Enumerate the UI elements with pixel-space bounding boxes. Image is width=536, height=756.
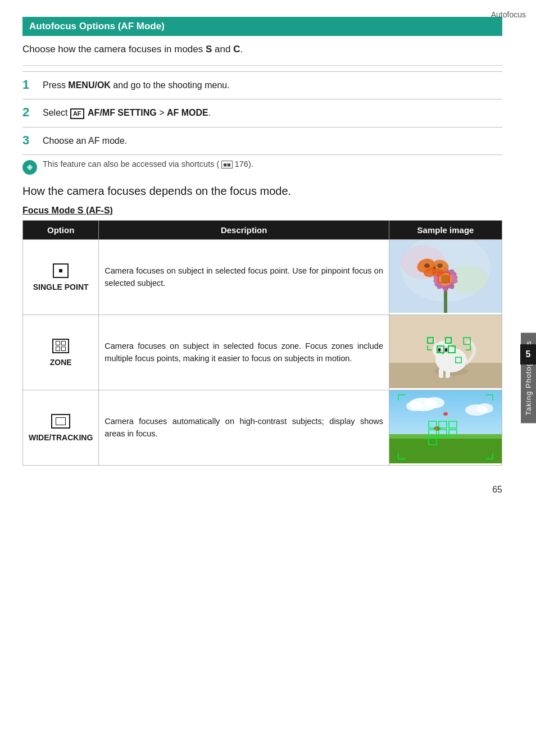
note-icon — [22, 160, 37, 175]
option-single-point: SINGLE POINT — [23, 240, 99, 315]
steps-container: 1 Press MENU/OK and go to the shooting m… — [22, 65, 502, 155]
step-text-1: Press MENU/OK and go to the shooting men… — [43, 78, 230, 92]
svg-point-47 — [406, 401, 423, 411]
svg-point-61 — [443, 412, 448, 416]
desc-single-point: Camera focuses on subject in selected fo… — [99, 240, 389, 315]
focus-mode-s-heading: Focus Mode S (AF-S) — [22, 206, 502, 216]
svg-point-46 — [424, 397, 444, 408]
page-number: 65 — [492, 485, 502, 495]
img-single-point — [389, 240, 502, 315]
desc-zone: Camera focuses on subject in selected fo… — [99, 315, 389, 390]
wide-tracking-icon — [51, 414, 70, 429]
section-heading: Autofocus Options (AF Mode) — [22, 17, 502, 36]
step-number-2: 2 — [22, 105, 43, 120]
single-point-icon — [53, 263, 69, 278]
page-wrapper: Autofocus Autofocus Options (AF Mode) Ch… — [0, 0, 536, 505]
option-zone: ZONE — [23, 315, 99, 390]
shortcut-icon — [26, 163, 34, 171]
focus-depends-heading: How the camera focuses depends on the fo… — [22, 185, 502, 198]
svg-point-18 — [424, 263, 430, 268]
note-box: This feature can also be accessed via sh… — [22, 160, 502, 175]
svg-rect-36 — [439, 368, 443, 378]
step-text-2: Select AF AF/MF SETTING > AF MODE. — [43, 105, 211, 120]
chapter-number: 5 — [520, 344, 536, 365]
af-mf-icon: AF — [70, 108, 84, 119]
single-point-label: SINGLE POINT — [33, 283, 89, 292]
img-wide — [389, 390, 502, 466]
step-text-3: Choose an AF mode. — [43, 133, 127, 148]
svg-rect-37 — [446, 368, 450, 378]
col-sample: Sample image — [389, 221, 502, 240]
desc-wide: Camera focuses automatically on high-con… — [99, 390, 389, 466]
table-row: ZONE Camera focuses on subject in select… — [23, 315, 502, 390]
svg-point-19 — [437, 263, 443, 268]
table-row: WIDE/TRACKING Camera focuses automatical… — [23, 390, 502, 466]
step-3: 3 Choose an AF mode. — [22, 130, 502, 151]
intro-text: Choose how the camera focuses in modes S… — [22, 44, 502, 55]
step-number-1: 1 — [22, 78, 43, 92]
zone-label: ZONE — [50, 358, 72, 367]
grass-image — [389, 390, 502, 463]
step-1: 1 Press MENU/OK and go to the shooting m… — [22, 74, 502, 95]
option-wide: WIDE/TRACKING — [23, 390, 99, 466]
note-text: This feature can also be accessed via sh… — [43, 160, 253, 168]
svg-point-33 — [438, 348, 440, 352]
step-number-3: 3 — [22, 133, 43, 148]
svg-point-53 — [434, 426, 440, 431]
zone-icon — [52, 339, 69, 353]
svg-rect-51 — [389, 436, 502, 463]
table-row: SINGLE POINT Camera focuses on subject i… — [23, 240, 502, 315]
wide-label: WIDE/TRACKING — [29, 433, 93, 442]
focus-table: Option Description Sample image SINGLE P… — [22, 220, 502, 466]
col-description: Description — [99, 221, 389, 240]
top-label: Autofocus — [491, 10, 526, 19]
svg-point-49 — [476, 403, 493, 413]
svg-point-34 — [445, 348, 447, 352]
cat-image — [389, 315, 502, 388]
step-2: 2 Select AF AF/MF SETTING > AF MODE. — [22, 102, 502, 123]
butterfly-image — [389, 240, 502, 313]
col-option: Option — [23, 221, 99, 240]
img-zone — [389, 315, 502, 390]
